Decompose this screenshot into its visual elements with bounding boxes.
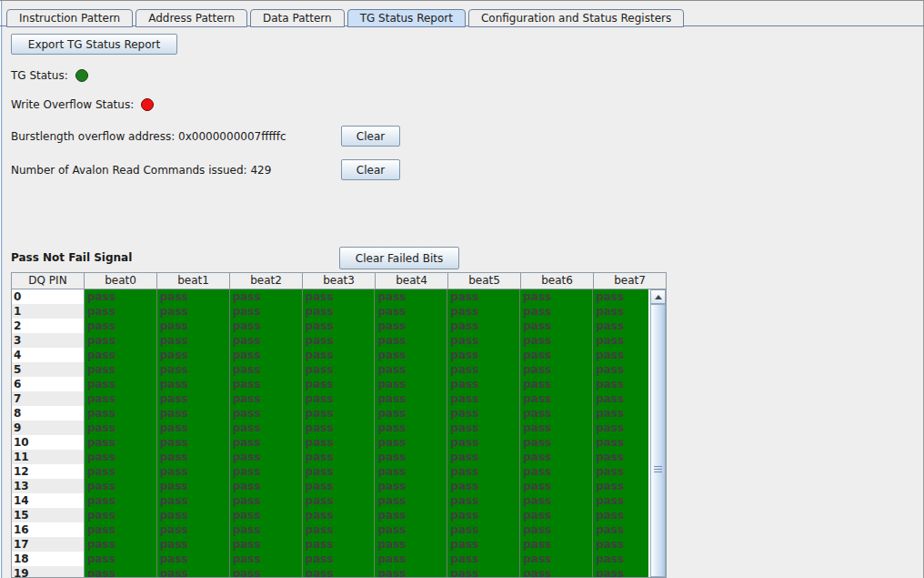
pass-cell[interactable]: pass xyxy=(157,479,230,493)
pass-cell[interactable]: pass xyxy=(85,406,157,421)
dq-pin-cell[interactable]: 4 xyxy=(12,348,85,362)
pass-cell[interactable]: pass xyxy=(303,333,376,348)
pass-cell[interactable]: pass xyxy=(85,289,157,304)
pass-cell[interactable]: pass xyxy=(85,552,157,566)
pass-cell[interactable]: pass xyxy=(375,450,447,464)
pass-cell[interactable]: pass xyxy=(230,522,303,537)
pass-cell[interactable]: pass xyxy=(303,493,376,508)
dq-pin-cell[interactable]: 18 xyxy=(12,552,85,566)
dq-pin-cell[interactable]: 3 xyxy=(12,333,85,348)
pass-cell[interactable]: pass xyxy=(157,362,230,377)
pass-cell[interactable]: pass xyxy=(230,406,303,421)
pass-cell[interactable]: pass xyxy=(230,304,303,319)
pass-cell[interactable]: pass xyxy=(157,552,230,566)
pass-cell[interactable]: pass xyxy=(520,319,593,333)
pass-cell[interactable]: pass xyxy=(85,493,157,508)
pass-cell[interactable]: pass xyxy=(85,450,157,464)
dq-pin-cell[interactable]: 10 xyxy=(12,435,85,450)
pass-cell[interactable]: pass xyxy=(447,552,520,566)
pass-cell[interactable]: pass xyxy=(520,421,593,435)
pass-cell[interactable]: pass xyxy=(85,348,157,362)
pass-cell[interactable]: pass xyxy=(157,464,230,479)
pass-cell[interactable]: pass xyxy=(230,566,303,578)
dq-pin-cell[interactable]: 7 xyxy=(12,391,85,406)
tab-tg-status-report[interactable]: TG Status Report xyxy=(347,9,466,27)
tab-data-pattern[interactable]: Data Pattern xyxy=(250,9,345,27)
pass-cell[interactable]: pass xyxy=(447,450,520,464)
pass-cell[interactable]: pass xyxy=(230,377,303,391)
pass-cell[interactable]: pass xyxy=(303,289,376,304)
pass-cell[interactable]: pass xyxy=(447,289,520,304)
pass-cell[interactable]: pass xyxy=(375,333,447,348)
scrollbar-thumb[interactable] xyxy=(650,304,666,577)
pass-cell[interactable]: pass xyxy=(447,348,520,362)
pass-cell[interactable]: pass xyxy=(157,304,230,319)
pass-cell[interactable]: pass xyxy=(447,435,520,450)
pass-cell[interactable]: pass xyxy=(520,377,593,391)
pass-cell[interactable]: pass xyxy=(303,406,376,421)
pass-cell[interactable]: pass xyxy=(375,289,447,304)
pass-cell[interactable]: pass xyxy=(447,406,520,421)
pass-cell[interactable]: pass xyxy=(520,435,593,450)
pass-cell[interactable]: pass xyxy=(520,348,593,362)
pass-cell[interactable]: pass xyxy=(303,464,376,479)
pass-cell[interactable]: pass xyxy=(85,537,157,552)
pass-cell[interactable]: pass xyxy=(85,333,157,348)
pass-cell[interactable]: pass xyxy=(520,391,593,406)
pass-cell[interactable]: pass xyxy=(85,391,157,406)
pass-cell[interactable]: pass xyxy=(85,479,157,493)
pass-cell[interactable]: pass xyxy=(157,333,230,348)
pass-cell[interactable]: pass xyxy=(375,421,447,435)
dq-pin-cell[interactable]: 11 xyxy=(12,450,85,464)
pass-cell[interactable]: pass xyxy=(375,391,447,406)
vertical-scrollbar[interactable] xyxy=(648,289,666,577)
pass-cell[interactable]: pass xyxy=(520,406,593,421)
pass-cell[interactable]: pass xyxy=(520,304,593,319)
pass-cell[interactable]: pass xyxy=(157,493,230,508)
pass-cell[interactable]: pass xyxy=(375,362,447,377)
dq-pin-cell[interactable]: 16 xyxy=(12,522,85,537)
pass-cell[interactable]: pass xyxy=(375,406,447,421)
pass-cell[interactable]: pass xyxy=(375,304,447,319)
pass-cell[interactable]: pass xyxy=(230,493,303,508)
pass-cell[interactable]: pass xyxy=(375,319,447,333)
pass-cell[interactable]: pass xyxy=(303,348,376,362)
pass-cell[interactable]: pass xyxy=(303,304,376,319)
dq-pin-cell[interactable]: 14 xyxy=(12,493,85,508)
pass-cell[interactable]: pass xyxy=(447,508,520,522)
pass-cell[interactable]: pass xyxy=(230,421,303,435)
dq-pin-cell[interactable]: 13 xyxy=(12,479,85,493)
pass-cell[interactable]: pass xyxy=(375,508,447,522)
pass-cell[interactable]: pass xyxy=(85,464,157,479)
pass-cell[interactable]: pass xyxy=(157,406,230,421)
pass-cell[interactable]: pass xyxy=(157,421,230,435)
pass-cell[interactable]: pass xyxy=(375,537,447,552)
pass-cell[interactable]: pass xyxy=(520,537,593,552)
pass-cell[interactable]: pass xyxy=(230,348,303,362)
pass-cell[interactable]: pass xyxy=(303,435,376,450)
pass-cell[interactable]: pass xyxy=(85,522,157,537)
pass-cell[interactable]: pass xyxy=(447,537,520,552)
dq-pin-cell[interactable]: 9 xyxy=(12,421,85,435)
dq-pin-cell[interactable]: 0 xyxy=(12,289,85,304)
pass-cell[interactable]: pass xyxy=(520,333,593,348)
pass-cell[interactable]: pass xyxy=(375,552,447,566)
pass-cell[interactable]: pass xyxy=(520,464,593,479)
pass-cell[interactable]: pass xyxy=(230,362,303,377)
dq-pin-cell[interactable]: 2 xyxy=(12,319,85,333)
pass-cell[interactable]: pass xyxy=(157,391,230,406)
pass-cell[interactable]: pass xyxy=(157,522,230,537)
pass-cell[interactable]: pass xyxy=(520,362,593,377)
pass-cell[interactable]: pass xyxy=(85,304,157,319)
pass-cell[interactable]: pass xyxy=(157,566,230,578)
pass-cell[interactable]: pass xyxy=(230,450,303,464)
pass-cell[interactable]: pass xyxy=(447,333,520,348)
pass-cell[interactable]: pass xyxy=(85,377,157,391)
pass-cell[interactable]: pass xyxy=(375,464,447,479)
dq-pin-cell[interactable]: 8 xyxy=(12,406,85,421)
pass-cell[interactable]: pass xyxy=(520,493,593,508)
pass-cell[interactable]: pass xyxy=(230,391,303,406)
pass-cell[interactable]: pass xyxy=(157,508,230,522)
pass-cell[interactable]: pass xyxy=(447,566,520,578)
pass-cell[interactable]: pass xyxy=(447,362,520,377)
